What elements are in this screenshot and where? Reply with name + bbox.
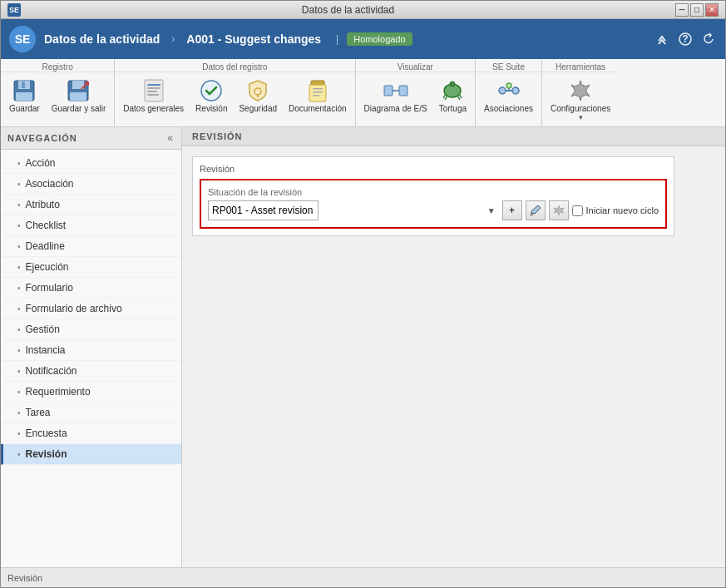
toolbar-item-seguridad[interactable]: Seguridad (234, 76, 282, 115)
bullet-requerimiento: • (17, 388, 21, 397)
svg-rect-5 (16, 92, 32, 101)
sidebar-item-atributo[interactable]: •Atributo (1, 195, 181, 215)
toolbar-item-configuraciones[interactable]: Configuraciones ▾ (546, 76, 615, 123)
svg-rect-14 (147, 94, 159, 96)
revision-config-button[interactable] (549, 200, 569, 220)
bullet-notificacion: • (17, 367, 21, 376)
revision-add-button[interactable]: + (502, 200, 522, 220)
status-bar: Revisión (1, 567, 725, 587)
revision-icon (198, 77, 225, 104)
toolbar-item-guardar[interactable]: Guardar (4, 76, 45, 115)
seguridad-icon (244, 77, 271, 104)
sidebar-item-gestion[interactable]: •Gestión (1, 319, 181, 340)
asociaciones-label: Asociaciones (484, 104, 533, 113)
sidebar-item-atributo-label: Atributo (26, 199, 60, 210)
configuraciones-icon (567, 77, 594, 104)
svg-point-27 (450, 82, 455, 86)
revision-controls: RP001 - Asset revision ▼ + (208, 200, 659, 220)
documentacion-label: Documentación (289, 104, 346, 113)
sidebar-header-text: NAVEGACIÓN (7, 133, 77, 143)
nuevo-ciclo-label[interactable]: Iniciar nuevo ciclo (586, 205, 659, 215)
sidebar-item-revision-label: Revisión (26, 448, 67, 460)
diagrama-icon (383, 77, 409, 104)
sidebar-item-ejecucion[interactable]: •Ejecución (1, 257, 181, 278)
sidebar-item-revision[interactable]: •Revisión (1, 444, 181, 465)
guardar-label: Guardar (9, 104, 40, 113)
save-exit-icon (65, 77, 91, 104)
sidebar: NAVEGACIÓN « •Acción •Asociación •Atribu… (1, 127, 182, 567)
bullet-checklist: • (17, 221, 21, 230)
app-header: SE Datos de la actividad › A001 - Sugges… (1, 19, 725, 59)
svg-line-28 (443, 94, 446, 98)
toolbar-item-revision[interactable]: Revisión (190, 76, 232, 115)
toolbar-group-visualizar-label: Visualizar (356, 61, 476, 72)
minimize-button[interactable]: ─ (675, 3, 689, 17)
toolbar-item-asociaciones[interactable]: Asociaciones (479, 76, 538, 115)
revision-field-label: Situación de la revisión (208, 187, 659, 197)
sidebar-item-formulario-archivo[interactable]: •Formulario de archivo (1, 299, 181, 319)
status-bar-text: Revisión (7, 573, 42, 583)
sidebar-item-formulario-archivo-label: Formulario de archivo (26, 303, 122, 314)
toolbar-item-guardar-salir[interactable]: Guardar y salir (47, 76, 111, 115)
toolbar-items-registro: Guardar Guardar y salir (1, 74, 114, 116)
sidebar-collapse-button[interactable]: « (165, 131, 175, 146)
svg-rect-23 (384, 86, 393, 96)
revision-edit-button[interactable] (526, 200, 546, 220)
datos-generales-label: Datos generales (123, 104, 184, 113)
svg-rect-17 (257, 94, 259, 97)
nuevo-ciclo-checkbox[interactable] (572, 205, 583, 216)
main-panel: REVISIÓN Revisión Situación de la revisi… (182, 127, 725, 567)
sidebar-item-encuesta[interactable]: •Encuesta (1, 423, 181, 444)
sidebar-item-tarea[interactable]: •Tarea (1, 403, 181, 423)
sidebar-item-formulario-label: Formulario (26, 282, 73, 294)
sidebar-item-formulario[interactable]: •Formulario (1, 278, 181, 299)
toolbar-item-tortuga[interactable]: Tortuga (434, 76, 472, 115)
bullet-gestion: • (17, 325, 21, 334)
revision-label: Revisión (195, 104, 227, 113)
toolbar-group-herramientas-label: Herramientas (542, 61, 619, 72)
toolbar-item-datos-generales[interactable]: Datos generales (118, 76, 189, 115)
help-icon[interactable]: ? (677, 31, 694, 47)
sidebar-item-ejecucion-label: Ejecución (26, 261, 69, 273)
revision-checkbox-area: Iniciar nuevo ciclo (572, 205, 659, 216)
refresh-icon[interactable] (700, 31, 717, 47)
sidebar-item-deadline[interactable]: •Deadline (1, 236, 181, 257)
main-content: Revisión Situación de la revisión RP001 … (182, 146, 725, 567)
toolbar-item-documentacion[interactable]: Documentación (284, 76, 351, 115)
sidebar-item-accion[interactable]: •Acción (1, 153, 181, 174)
sidebar-item-requerimiento-label: Requerimiento (26, 386, 91, 398)
toolbar-group-visualizar: Visualizar Diagrama de E/S Tortuga (356, 59, 477, 126)
sidebar-item-accion-label: Acción (26, 157, 56, 169)
sidebar-item-notificacion[interactable]: •Notificación (1, 361, 181, 382)
asociaciones-icon (496, 77, 522, 104)
sidebar-item-instancia[interactable]: •Instancia (1, 340, 181, 361)
app-logo: SE (9, 26, 36, 52)
svg-point-15 (201, 81, 221, 101)
sidebar-item-notificacion-label: Notificación (26, 365, 77, 377)
revision-section-title: Revisión (200, 164, 667, 174)
documentacion-icon (304, 77, 331, 104)
configuraciones-label: Configuraciones (551, 104, 610, 113)
svg-rect-11 (147, 84, 161, 86)
sidebar-items: •Acción •Asociación •Atributo •Checklist… (1, 150, 181, 567)
revision-select[interactable]: RP001 - Asset revision (208, 200, 319, 220)
content-area: NAVEGACIÓN « •Acción •Asociación •Atribu… (1, 127, 725, 567)
datos-generales-icon (141, 77, 167, 104)
sidebar-item-deadline-label: Deadline (26, 240, 65, 252)
toolbar-item-diagrama[interactable]: Diagrama de E/S (359, 76, 432, 115)
toolbar-group-datos-label: Datos del registro (115, 61, 354, 72)
svg-rect-13 (147, 91, 157, 92)
toolbar-items-sesuite: Asociaciones (476, 74, 541, 116)
close-button[interactable]: ✕ (705, 3, 719, 17)
nav-up-icon[interactable] (654, 31, 670, 47)
sidebar-item-requerimiento[interactable]: •Requerimiento (1, 382, 181, 403)
toolbar-group-registro: Registro Guardar Guardar y salir (1, 59, 115, 126)
bullet-deadline: • (17, 242, 21, 251)
sidebar-item-checklist-label: Checklist (26, 220, 67, 231)
svg-rect-20 (313, 88, 323, 90)
configuraciones-arrow: ▾ (579, 113, 583, 121)
restore-button[interactable]: □ (690, 3, 704, 17)
svg-rect-19 (309, 85, 326, 101)
sidebar-item-asociacion[interactable]: •Asociación (1, 174, 181, 195)
sidebar-item-checklist[interactable]: •Checklist (1, 215, 181, 236)
